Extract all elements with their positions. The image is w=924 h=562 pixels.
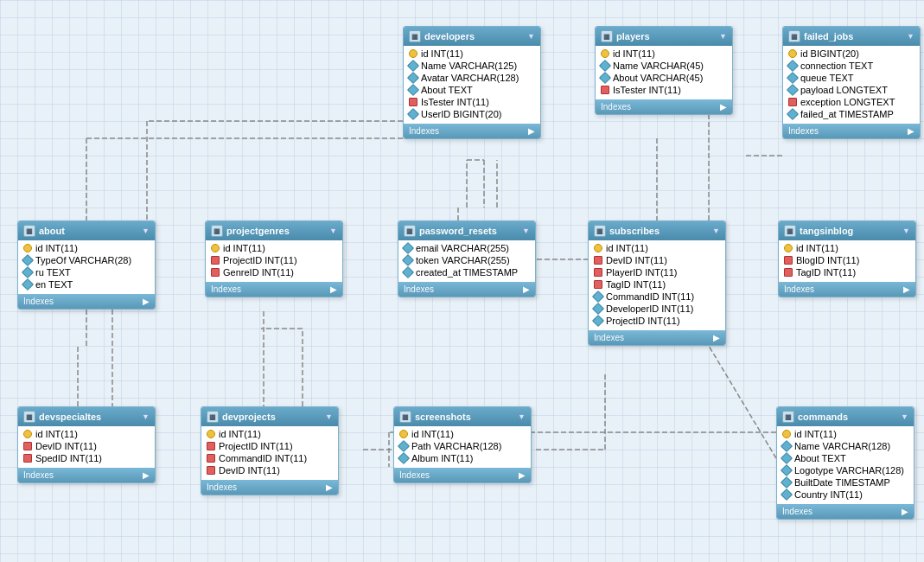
field-text: ProjectID INT(11) xyxy=(223,255,297,265)
field-row: id BIGINT(20) xyxy=(783,48,920,60)
field-text: id INT(11) xyxy=(613,48,655,59)
table-dropdown-arrow[interactable]: ▼ xyxy=(907,32,914,41)
field-row: About VARCHAR(45) xyxy=(596,72,732,84)
table-db-icon: ▦ xyxy=(399,411,411,423)
field-text: token VARCHAR(255) xyxy=(416,255,510,265)
field-text: ProjectID INT(11) xyxy=(606,316,680,326)
field-icon-cross xyxy=(211,268,220,277)
table-dropdown-arrow[interactable]: ▼ xyxy=(902,227,910,235)
indexes-arrow: ▶ xyxy=(523,284,530,294)
table-indexes-developers[interactable]: Indexes▶ xyxy=(404,124,540,138)
field-row: id INT(11) xyxy=(394,428,531,440)
table-db-icon: ▦ xyxy=(782,411,794,423)
field-text: DevID INT(11) xyxy=(35,441,97,451)
table-name: devspecialtes xyxy=(39,412,101,422)
field-icon-diamond xyxy=(398,452,410,464)
table-indexes-password_resets[interactable]: Indexes▶ xyxy=(398,282,535,297)
field-row: DevID INT(11) xyxy=(201,464,338,476)
field-icon-key xyxy=(23,244,32,252)
field-row: queue TEXT xyxy=(783,72,920,84)
table-indexes-commands[interactable]: Indexes▶ xyxy=(777,504,914,519)
table-header-players[interactable]: ▦players▼ xyxy=(596,27,732,46)
table-indexes-subscribes[interactable]: Indexes▶ xyxy=(589,330,725,345)
field-icon-diamond xyxy=(787,60,799,72)
table-devprojects: ▦devprojects▼id INT(11)ProjectID INT(11)… xyxy=(201,406,339,495)
field-row: token VARCHAR(255) xyxy=(398,254,535,266)
table-indexes-screenshots[interactable]: Indexes▶ xyxy=(394,468,531,482)
table-dropdown-arrow[interactable]: ▼ xyxy=(142,227,150,235)
table-header-about[interactable]: ▦about▼ xyxy=(18,221,155,240)
table-fields-devspecialtes: id INT(11)DevID INT(11)SpedID INT(11) xyxy=(18,426,155,466)
table-db-icon: ▦ xyxy=(23,225,35,237)
table-name: failed_jobs xyxy=(804,31,853,42)
field-row: connection TEXT xyxy=(783,60,920,72)
table-fields-password_resets: email VARCHAR(255)token VARCHAR(255)crea… xyxy=(398,240,535,280)
table-header-devprojects[interactable]: ▦devprojects▼ xyxy=(201,407,338,426)
table-dropdown-arrow[interactable]: ▼ xyxy=(719,32,727,41)
field-icon-cross xyxy=(409,98,417,106)
indexes-arrow: ▶ xyxy=(902,507,908,516)
table-dropdown-arrow[interactable]: ▼ xyxy=(329,227,337,235)
table-indexes-failed_jobs[interactable]: Indexes▶ xyxy=(783,124,920,138)
field-row: PlayerID INT(11) xyxy=(589,266,725,278)
svg-line-13 xyxy=(709,346,776,458)
table-db-icon: ▦ xyxy=(404,225,416,237)
table-header-developers[interactable]: ▦developers▼ xyxy=(404,27,540,46)
table-dropdown-arrow[interactable]: ▼ xyxy=(527,32,535,41)
field-icon-diamond xyxy=(407,72,419,84)
field-icon-diamond xyxy=(592,303,604,315)
indexes-arrow: ▶ xyxy=(713,333,720,342)
field-text: TagID INT(11) xyxy=(796,267,856,278)
table-header-tangsinblog[interactable]: ▦tangsinblog▼ xyxy=(779,221,915,240)
field-text: Name VARCHAR(45) xyxy=(613,61,704,71)
table-header-screenshots[interactable]: ▦screenshots▼ xyxy=(394,407,531,426)
field-icon-diamond xyxy=(592,291,604,303)
table-header-projectgenres[interactable]: ▦projectgenres▼ xyxy=(206,221,342,240)
table-indexes-devprojects[interactable]: Indexes▶ xyxy=(201,480,338,495)
table-dropdown-arrow[interactable]: ▼ xyxy=(325,412,333,421)
table-dropdown-arrow[interactable]: ▼ xyxy=(518,412,526,421)
table-indexes-tangsinblog[interactable]: Indexes▶ xyxy=(779,282,915,297)
table-indexes-about[interactable]: Indexes▶ xyxy=(18,294,155,309)
table-header-password_resets[interactable]: ▦password_resets▼ xyxy=(398,221,535,240)
table-name: password_resets xyxy=(419,226,497,236)
table-dropdown-arrow[interactable]: ▼ xyxy=(901,412,908,421)
field-icon-cross xyxy=(594,280,602,289)
table-indexes-players[interactable]: Indexes▶ xyxy=(596,99,732,114)
field-icon-diamond xyxy=(402,254,414,266)
indexes-arrow: ▶ xyxy=(519,470,526,480)
field-text: Country INT(11) xyxy=(794,489,863,500)
table-password_resets: ▦password_resets▼email VARCHAR(255)token… xyxy=(398,220,536,297)
field-text: id INT(11) xyxy=(421,48,463,59)
table-name: players xyxy=(616,31,650,42)
field-text: IsTester INT(11) xyxy=(421,97,489,107)
field-icon-key xyxy=(207,430,215,438)
table-indexes-devspecialtes[interactable]: Indexes▶ xyxy=(18,468,155,482)
field-icon-diamond xyxy=(592,315,604,327)
field-row: TagID INT(11) xyxy=(779,266,915,278)
field-text: BlogID INT(11) xyxy=(796,255,859,265)
indexes-arrow: ▶ xyxy=(326,482,333,492)
table-header-commands[interactable]: ▦commands▼ xyxy=(777,407,914,426)
table-tangsinblog: ▦tangsinblog▼id INT(11)BlogID INT(11)Tag… xyxy=(778,220,916,297)
table-header-subscribes[interactable]: ▦subscribes▼ xyxy=(589,221,725,240)
table-dropdown-arrow[interactable]: ▼ xyxy=(522,227,530,235)
field-text: ru TEXT xyxy=(35,267,71,278)
field-text: ProjectID INT(11) xyxy=(219,441,293,451)
indexes-arrow: ▶ xyxy=(908,126,914,136)
table-indexes-projectgenres[interactable]: Indexes▶ xyxy=(206,282,342,297)
table-dropdown-arrow[interactable]: ▼ xyxy=(712,227,720,235)
field-text: id INT(11) xyxy=(606,243,648,253)
field-icon-cross xyxy=(23,442,32,450)
field-row: id INT(11) xyxy=(779,242,915,254)
table-header-failed_jobs[interactable]: ▦failed_jobs▼ xyxy=(783,27,920,46)
field-row: ProjectID INT(11) xyxy=(589,315,725,327)
field-row: id INT(11) xyxy=(206,242,342,254)
table-fields-players: id INT(11)Name VARCHAR(45)About VARCHAR(… xyxy=(596,46,732,98)
indexes-label: Indexes xyxy=(601,102,631,112)
table-dropdown-arrow[interactable]: ▼ xyxy=(142,412,150,421)
field-text: CommandID INT(11) xyxy=(606,291,694,302)
field-icon-key xyxy=(409,49,417,58)
table-failed_jobs: ▦failed_jobs▼id BIGINT(20)connection TEX… xyxy=(782,26,921,139)
table-header-devspecialtes[interactable]: ▦devspecialtes▼ xyxy=(18,407,155,426)
